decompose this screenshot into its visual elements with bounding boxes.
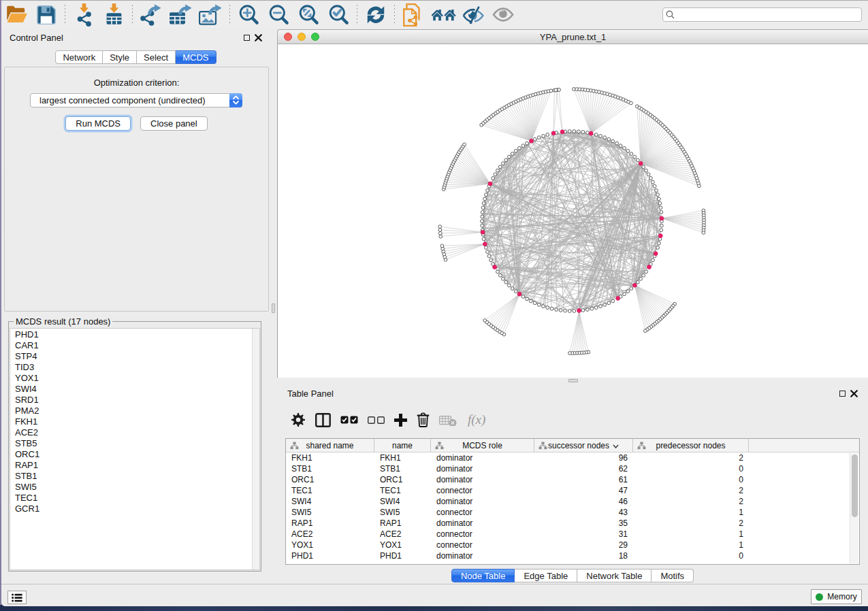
tab-network[interactable]: Network bbox=[55, 50, 103, 64]
table-row[interactable]: PHD1PHD1dominator180 bbox=[286, 550, 859, 561]
mcds-result-node[interactable]: SRD1 bbox=[10, 395, 259, 406]
toolbar-separator bbox=[65, 5, 65, 25]
function-builder-icon: f(x) bbox=[466, 412, 489, 427]
column-label: successor nodes bbox=[548, 441, 609, 450]
table-row[interactable]: RAP1RAP1dominator352 bbox=[286, 518, 859, 529]
table-scrollbar-thumb[interactable] bbox=[852, 455, 858, 517]
first-neighbors-icon[interactable] bbox=[428, 3, 458, 27]
table-scrollbar[interactable] bbox=[850, 453, 858, 563]
shared-column-icon bbox=[435, 442, 444, 452]
new-network-from-selection-icon[interactable] bbox=[398, 3, 428, 27]
vertical-splitter-grip[interactable] bbox=[272, 303, 275, 313]
column-header-MCDS-role[interactable]: MCDS role bbox=[431, 439, 534, 452]
open-file-icon[interactable] bbox=[1, 3, 31, 27]
tab-node-table[interactable]: Node Table bbox=[451, 569, 515, 582]
result-list-scrollbar[interactable] bbox=[252, 329, 259, 569]
close-table-panel-icon[interactable] bbox=[850, 390, 858, 397]
cell-name: RAP1 bbox=[374, 518, 431, 528]
show-columns-icon[interactable] bbox=[315, 413, 331, 427]
float-table-panel-icon[interactable] bbox=[839, 391, 846, 397]
zoom-fit-icon[interactable] bbox=[293, 3, 323, 27]
mcds-result-node[interactable]: SWI5 bbox=[10, 482, 259, 493]
show-all-icon[interactable] bbox=[488, 3, 518, 27]
right-column: YPA_prune.txt_1 Table Panel f(x) bbox=[277, 28, 868, 584]
network-window-titlebar[interactable]: YPA_prune.txt_1 bbox=[277, 29, 868, 44]
tab-edge-table[interactable]: Edge Table bbox=[515, 569, 577, 582]
column-header-successor-nodes[interactable]: successor nodes bbox=[534, 439, 633, 452]
table-row[interactable]: TEC1TEC1connector472 bbox=[286, 485, 859, 496]
apply-layout-icon[interactable] bbox=[361, 3, 391, 27]
mcds-result-node[interactable]: PHD1 bbox=[10, 329, 259, 340]
mcds-result-node[interactable]: GCR1 bbox=[10, 503, 259, 514]
mcds-result-node[interactable]: YOX1 bbox=[10, 373, 259, 384]
table-row[interactable]: YOX1YOX1connector291 bbox=[286, 540, 859, 550]
table-settings-icon[interactable] bbox=[291, 412, 306, 427]
mcds-result-node[interactable]: TEC1 bbox=[10, 493, 259, 503]
table-row[interactable]: FKH1FKH1dominator962 bbox=[286, 452, 859, 463]
mcds-result-list[interactable]: PHD1CAR1STP4TID3YOX1SWI4SRD1PMA2FKH1ACE2… bbox=[10, 328, 260, 570]
mcds-result-node[interactable]: STP4 bbox=[10, 351, 259, 362]
select-all-columns-icon[interactable] bbox=[340, 416, 358, 424]
column-header-shared-name[interactable]: shared name bbox=[286, 439, 374, 452]
column-header-predecessor-nodes[interactable]: predecessor nodes bbox=[633, 439, 749, 452]
import-network-icon[interactable] bbox=[69, 3, 99, 27]
mcds-result-node[interactable]: PMA2 bbox=[10, 406, 259, 416]
table-row[interactable]: ORC1ORC1dominator610 bbox=[286, 474, 859, 485]
export-network-icon[interactable] bbox=[136, 3, 166, 27]
mcds-result-node[interactable]: ORC1 bbox=[10, 449, 259, 460]
tab-network-table[interactable]: Network Table bbox=[577, 569, 652, 582]
mcds-result-node[interactable]: STB1 bbox=[10, 471, 259, 482]
table-panel-title: Table Panel bbox=[287, 389, 334, 399]
search-input[interactable] bbox=[677, 10, 858, 20]
search-box[interactable] bbox=[662, 7, 862, 22]
table-row[interactable]: ACE2ACE2connector311 bbox=[286, 529, 859, 540]
table-panel-header: Table Panel bbox=[277, 384, 868, 403]
import-table-icon[interactable] bbox=[99, 3, 129, 27]
horizontal-splitter-grip[interactable] bbox=[568, 379, 578, 382]
cell-shared-name: STB1 bbox=[286, 464, 374, 474]
task-history-button[interactable] bbox=[7, 591, 27, 604]
cell-successor-nodes: 35 bbox=[534, 518, 633, 528]
network-canvas[interactable] bbox=[277, 44, 868, 378]
tab-style[interactable]: Style bbox=[103, 50, 137, 64]
vertical-splitter[interactable] bbox=[270, 28, 277, 584]
tab-select[interactable]: Select bbox=[137, 50, 176, 64]
mcds-result-group: MCDS result (17 nodes) PHD1CAR1STP4TID3Y… bbox=[8, 321, 261, 572]
network-graph[interactable] bbox=[278, 44, 868, 378]
horizontal-splitter[interactable] bbox=[277, 378, 868, 384]
cell-shared-name: PHD1 bbox=[286, 551, 374, 561]
mcds-result-node[interactable]: SWI4 bbox=[10, 384, 259, 395]
mcds-result-node[interactable]: TID3 bbox=[10, 362, 259, 373]
mcds-result-node[interactable]: CAR1 bbox=[10, 340, 259, 351]
close-panel-button[interactable]: Close panel bbox=[140, 116, 208, 131]
export-table-icon[interactable] bbox=[166, 3, 196, 27]
hide-selected-icon[interactable] bbox=[458, 3, 488, 27]
mcds-result-node[interactable]: STB5 bbox=[10, 438, 259, 449]
table-row[interactable]: SWI4SWI4dominator462 bbox=[286, 496, 859, 507]
column-header-name[interactable]: name bbox=[374, 439, 431, 452]
float-panel-icon[interactable] bbox=[244, 35, 250, 41]
delete-column-icon[interactable] bbox=[417, 412, 430, 427]
run-mcds-button[interactable]: Run MCDS bbox=[65, 116, 131, 131]
mcds-result-node[interactable]: ACE2 bbox=[10, 427, 259, 438]
tab-motifs[interactable]: Motifs bbox=[652, 569, 694, 582]
tab-mcds[interactable]: MCDS bbox=[176, 50, 216, 64]
zoom-out-icon[interactable] bbox=[263, 3, 293, 27]
create-column-icon[interactable] bbox=[394, 414, 407, 427]
table-row[interactable]: SWI5SWI5connector431 bbox=[286, 507, 859, 518]
optimization-criterion-select[interactable]: largest connected component (undirected) bbox=[30, 93, 242, 108]
zoom-in-icon[interactable] bbox=[234, 3, 263, 27]
unselect-all-columns-icon[interactable] bbox=[368, 416, 385, 424]
mcds-result-node[interactable]: RAP1 bbox=[10, 460, 259, 471]
mcds-result-node[interactable]: FKH1 bbox=[10, 416, 259, 427]
zoom-selected-icon[interactable] bbox=[323, 3, 353, 27]
cell-successor-nodes: 61 bbox=[534, 475, 633, 484]
export-image-icon[interactable] bbox=[196, 3, 226, 27]
memory-button[interactable]: Memory bbox=[811, 589, 862, 604]
cell-shared-name: ORC1 bbox=[286, 475, 374, 484]
table-row[interactable]: STB1STB1dominator620 bbox=[286, 463, 859, 474]
save-session-icon[interactable] bbox=[31, 3, 61, 27]
column-label: predecessor nodes bbox=[656, 441, 725, 450]
close-panel-icon[interactable] bbox=[255, 34, 262, 42]
mcds-result-title: MCDS result (17 nodes) bbox=[14, 316, 112, 327]
